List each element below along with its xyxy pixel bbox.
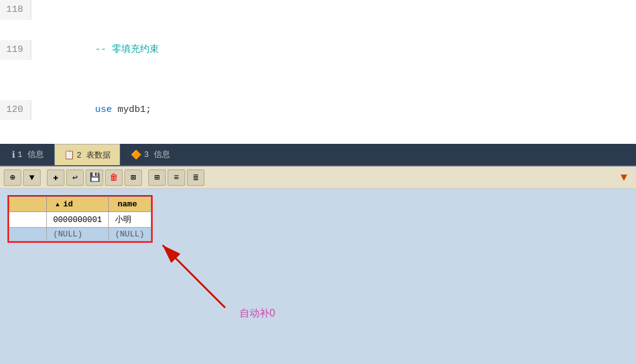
tabs-bar: ℹ 1 信息 📋 2 表数据 🔶 3 信息 bbox=[0, 144, 636, 166]
tab-3-icon: 🔶 bbox=[131, 149, 141, 160]
row-checkbox-null[interactable] bbox=[9, 228, 47, 241]
table-highlight-box: id name 0000000001 小明 (NULL) (NULL) bbox=[8, 195, 153, 243]
annotation-label: 自动补0 bbox=[240, 307, 275, 320]
toolbar-cancel-btn[interactable]: ⊠ bbox=[124, 169, 142, 186]
svg-line-1 bbox=[163, 245, 225, 308]
col-id-label: id bbox=[63, 200, 73, 209]
toolbar-add-btn[interactable]: ⊕ bbox=[4, 169, 21, 186]
cell-id-null[interactable]: (NULL) bbox=[47, 228, 109, 241]
cell-id-1[interactable]: 0000000001 bbox=[47, 212, 109, 228]
tab-1-info[interactable]: ℹ 1 信息 bbox=[3, 144, 53, 165]
cell-name-1[interactable]: 小明 bbox=[109, 212, 151, 228]
tab-1-label: 1 信息 bbox=[18, 149, 44, 160]
col-checkbox-header bbox=[9, 197, 47, 212]
code-line-119: 119 -- 零填充约束 bbox=[0, 20, 636, 80]
cell-name-null[interactable]: (NULL) bbox=[109, 228, 151, 241]
tab-1-icon: ℹ bbox=[12, 149, 15, 160]
db-name: mydb1; bbox=[118, 104, 151, 115]
col-id-header[interactable]: id bbox=[47, 197, 109, 212]
tab-2-tabledata[interactable]: 📋 2 表数据 bbox=[54, 144, 121, 165]
code-line-120: 120 use mydb1; bbox=[0, 80, 636, 140]
line-number: 120 bbox=[0, 100, 31, 120]
code-line-118: 118 bbox=[0, 0, 636, 20]
toolbar-filter-btn[interactable]: ▼ bbox=[620, 171, 632, 184]
data-table: id name 0000000001 小明 (NULL) (NULL) bbox=[9, 196, 151, 241]
toolbar-delete-btn[interactable]: 🗑 bbox=[105, 169, 123, 186]
keyword-use: use bbox=[84, 104, 118, 115]
row-checkbox[interactable] bbox=[9, 212, 47, 228]
toolbar-list-btn[interactable]: ≡ bbox=[168, 169, 185, 186]
toolbar-save-btn[interactable]: 💾 bbox=[86, 169, 103, 186]
toolbar-grid-btn[interactable]: ⊞ bbox=[148, 169, 166, 186]
table-row: 0000000001 小明 bbox=[9, 212, 151, 228]
toolbar-dropdown-btn[interactable]: ▼ bbox=[23, 169, 41, 186]
tab-3-info[interactable]: 🔶 3 信息 bbox=[121, 144, 179, 165]
table-area: id name 0000000001 小明 (NULL) (NULL) bbox=[0, 189, 636, 364]
toolbar-undo-btn[interactable]: ↩ bbox=[66, 169, 84, 186]
tab-3-label: 3 信息 bbox=[144, 149, 170, 160]
line-number: 119 bbox=[0, 40, 31, 60]
tab-2-label: 2 表数据 bbox=[77, 149, 111, 161]
bottom-panel: ℹ 1 信息 📋 2 表数据 🔶 3 信息 ⊕ ▼ ✚ ↩ 💾 🗑 ⊠ ⊞ ≡ … bbox=[0, 144, 636, 364]
table-row-null: (NULL) (NULL) bbox=[9, 228, 151, 241]
comment-text: -- 零填充约束 bbox=[84, 44, 159, 55]
toolbar-insert-btn[interactable]: ✚ bbox=[47, 169, 64, 186]
line-content: -- 零填充约束 bbox=[31, 20, 159, 80]
toolbar-details-btn[interactable]: ≣ bbox=[187, 169, 204, 186]
line-content: use mydb1; bbox=[31, 80, 151, 140]
toolbar: ⊕ ▼ ✚ ↩ 💾 🗑 ⊠ ⊞ ≡ ≣ ▼ bbox=[0, 166, 636, 189]
col-name-header[interactable]: name bbox=[109, 197, 151, 212]
tab-2-icon: 📋 bbox=[64, 149, 74, 160]
code-editor: 118 119 -- 零填充约束 120 use mydb1; 121 ⊟cre… bbox=[0, 0, 636, 144]
line-number: 118 bbox=[0, 0, 31, 20]
col-name-label: name bbox=[118, 200, 137, 209]
